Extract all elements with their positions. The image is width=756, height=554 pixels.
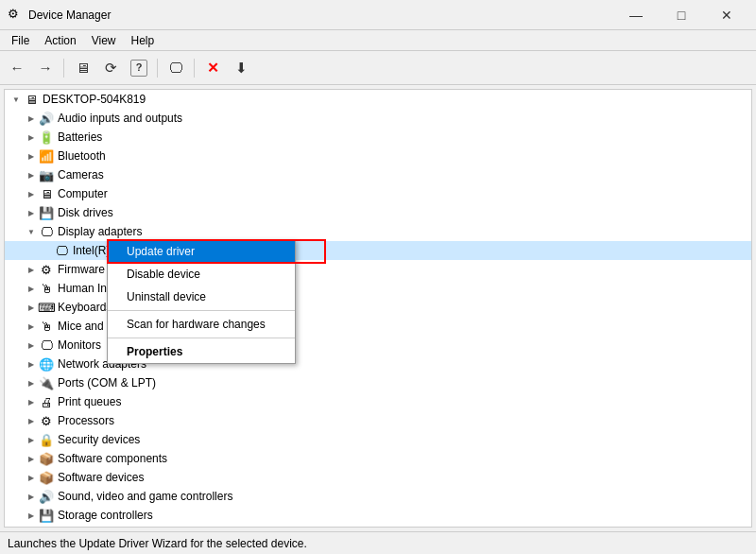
tree-item-software-comp[interactable]: ▶ 📦 Software components xyxy=(5,449,751,468)
forward-icon: → xyxy=(39,61,53,75)
disk-label: Disk drives xyxy=(58,206,113,219)
computer-label: Computer xyxy=(58,187,108,200)
human-expand-icon: ▶ xyxy=(24,281,39,296)
storage-label: Storage controllers xyxy=(58,509,153,522)
root-expand-icon: ▼ xyxy=(9,92,24,107)
tree-item-storage[interactable]: ▶ 💾 Storage controllers xyxy=(5,506,751,525)
computer-view-button[interactable]: 🖥 xyxy=(69,55,95,81)
software-dev-label: Software devices xyxy=(58,471,144,484)
display-expand-icon: ▼ xyxy=(24,224,39,239)
human-icon: 🖱 xyxy=(39,281,54,296)
cameras-label: Cameras xyxy=(58,168,104,182)
sound-expand-icon: ▶ xyxy=(24,489,39,504)
batteries-label: Batteries xyxy=(58,130,102,144)
root-label: DESKTOP-504K819 xyxy=(43,93,146,106)
keyboard-icon: ⌨ xyxy=(39,300,54,315)
tree-item-ports[interactable]: ▶ 🔌 Ports (COM & LPT) xyxy=(5,373,751,392)
help-button[interactable]: ? xyxy=(126,55,152,81)
tree-item-security[interactable]: ▶ 🔒 Security devices xyxy=(5,430,751,449)
toolbar: ← → 🖥 ⟳ ? 🖵 ✕ ⬇ xyxy=(0,51,756,85)
context-menu-uninstall-device[interactable]: Uninstall device xyxy=(108,286,295,308)
storage-icon: 💾 xyxy=(39,508,54,523)
refresh-button[interactable]: ⟳ xyxy=(97,55,124,81)
processors-icon: ⚙ xyxy=(39,413,54,428)
software-comp-label: Software components xyxy=(58,452,167,465)
bluetooth-expand-icon: ▶ xyxy=(24,148,39,164)
back-icon: ← xyxy=(10,61,25,75)
mice-expand-icon: ▶ xyxy=(24,319,39,334)
menu-help[interactable]: Help xyxy=(124,32,163,49)
close-button[interactable]: ✕ xyxy=(705,2,748,28)
menu-view[interactable]: View xyxy=(84,32,124,49)
system-icon: ⚙ xyxy=(39,527,54,528)
minimize-button[interactable]: — xyxy=(614,2,658,28)
help-icon: ? xyxy=(130,60,147,77)
monitors-expand-icon: ▶ xyxy=(24,338,39,353)
menu-action[interactable]: Action xyxy=(37,32,83,49)
tree-item-batteries[interactable]: ▶ 🔋 Batteries xyxy=(5,128,751,147)
bluetooth-icon: 📶 xyxy=(39,148,54,164)
context-menu-sep-2 xyxy=(108,338,295,338)
uninstall-toolbar-button[interactable]: ✕ xyxy=(199,55,226,81)
ports-expand-icon: ▶ xyxy=(24,375,39,390)
tree-item-software-dev[interactable]: ▶ 📦 Software devices xyxy=(5,468,751,487)
monitors-label: Monitors xyxy=(58,338,101,352)
main-area: ▼ 🖥 DESKTOP-504K819 ▶ 🔊 Audio inputs and… xyxy=(0,85,756,531)
bluetooth-label: Bluetooth xyxy=(58,149,106,163)
context-menu-scan-hardware[interactable]: Scan for hardware changes xyxy=(108,313,295,336)
tree-item-sound[interactable]: ▶ 🔊 Sound, video and game controllers xyxy=(5,487,751,506)
tree-item-display[interactable]: ▼ 🖵 Display adapters xyxy=(5,222,751,241)
menu-bar: File Action View Help xyxy=(0,30,756,51)
computer-view-icon: 🖥 xyxy=(76,61,90,75)
monitor-button[interactable]: 🖵 xyxy=(163,55,189,81)
monitor-icon: 🖵 xyxy=(169,61,183,75)
disk-icon: 💾 xyxy=(39,205,54,220)
context-menu-properties[interactable]: Properties xyxy=(108,340,295,363)
computer-expand-icon: ▶ xyxy=(24,186,39,201)
maximize-button[interactable]: □ xyxy=(660,2,703,28)
cameras-icon: 📷 xyxy=(39,167,54,182)
tree-item-system[interactable]: ▶ ⚙ System devices xyxy=(5,525,751,528)
toolbar-sep-2 xyxy=(157,59,158,78)
computer-icon: 🖥 xyxy=(39,186,54,201)
tree-root[interactable]: ▼ 🖥 DESKTOP-504K819 xyxy=(5,90,751,109)
system-expand-icon: ▶ xyxy=(24,527,39,528)
disk-expand-icon: ▶ xyxy=(24,205,39,220)
processors-expand-icon: ▶ xyxy=(24,413,39,428)
tree-item-print[interactable]: ▶ 🖨 Print queues xyxy=(5,392,751,411)
tree-item-audio[interactable]: ▶ 🔊 Audio inputs and outputs xyxy=(5,109,751,128)
network-icon: 🌐 xyxy=(39,356,54,372)
storage-expand-icon: ▶ xyxy=(24,508,39,523)
monitors-icon: 🖵 xyxy=(39,338,54,353)
ports-label: Ports (COM & LPT) xyxy=(58,376,156,390)
tree-item-cameras[interactable]: ▶ 📷 Cameras xyxy=(5,165,751,184)
print-expand-icon: ▶ xyxy=(24,394,39,409)
menu-file[interactable]: File xyxy=(4,32,37,49)
toolbar-sep-3 xyxy=(194,59,195,78)
app-icon: ⚙ xyxy=(8,8,23,23)
back-button[interactable]: ← xyxy=(4,55,30,81)
batteries-expand-icon: ▶ xyxy=(24,130,39,145)
device-tree[interactable]: ▼ 🖥 DESKTOP-504K819 ▶ 🔊 Audio inputs and… xyxy=(4,89,752,528)
window-title: Device Manager xyxy=(28,9,614,22)
tree-item-disk[interactable]: ▶ 💾 Disk drives xyxy=(5,203,751,222)
tree-item-processors[interactable]: ▶ ⚙ Processors xyxy=(5,411,751,430)
audio-expand-icon: ▶ xyxy=(24,111,39,126)
software-comp-icon: 📦 xyxy=(39,451,54,466)
sound-label: Sound, video and game controllers xyxy=(58,490,232,503)
context-menu: Update driver Disable device Uninstall d… xyxy=(107,239,296,364)
tree-item-bluetooth[interactable]: ▶ 📶 Bluetooth xyxy=(5,147,751,165)
context-menu-update-driver[interactable]: Update driver xyxy=(108,240,295,263)
mice-icon: 🖱 xyxy=(39,319,54,334)
firmware-icon: ⚙ xyxy=(39,262,54,277)
window-controls: — □ ✕ xyxy=(614,2,748,28)
forward-button[interactable]: → xyxy=(32,55,59,81)
update-toolbar-button[interactable]: ⬇ xyxy=(228,55,254,81)
display-label: Display adapters xyxy=(58,225,142,238)
print-icon: 🖨 xyxy=(39,394,54,409)
context-menu-disable-device[interactable]: Disable device xyxy=(108,263,295,286)
security-label: Security devices xyxy=(58,433,140,446)
status-bar: Launches the Update Driver Wizard for th… xyxy=(0,531,756,554)
tree-item-computer[interactable]: ▶ 🖥 Computer xyxy=(5,184,751,203)
display-icon: 🖵 xyxy=(39,224,54,239)
